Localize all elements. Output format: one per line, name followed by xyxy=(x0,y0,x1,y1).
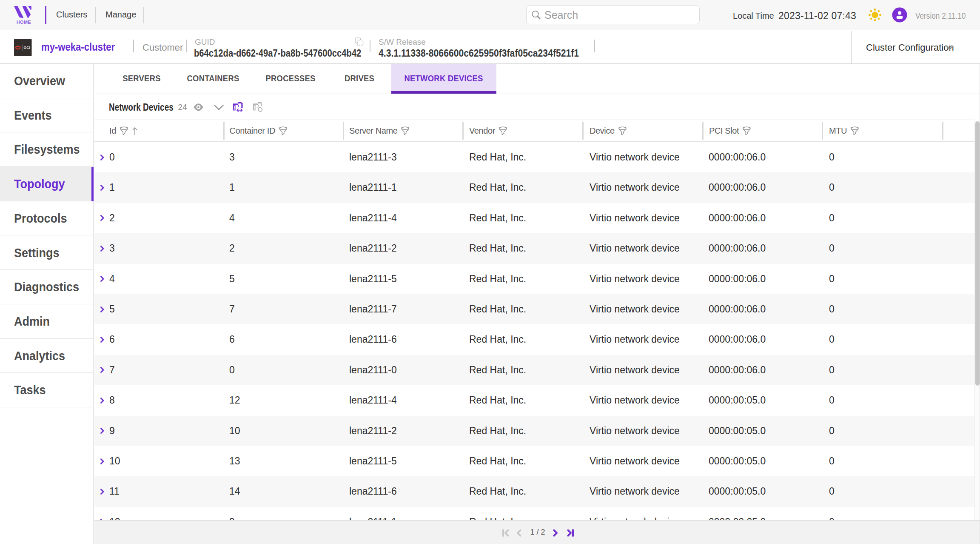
svg-text:OCI: OCI xyxy=(24,46,30,50)
